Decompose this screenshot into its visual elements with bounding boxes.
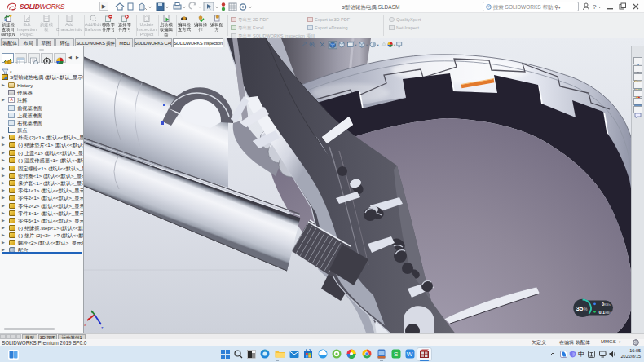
- svg-text:S: S: [394, 351, 398, 358]
- svg-text:▾: ▾: [366, 43, 368, 47]
- svg-text:35: 35: [576, 305, 584, 312]
- svg-text:?: ?: [487, 5, 490, 9]
- svg-text:%: %: [584, 307, 588, 311]
- svg-text:W: W: [407, 351, 413, 358]
- svg-text:▾: ▾: [355, 43, 357, 47]
- svg-text:▾: ▾: [377, 43, 380, 47]
- svg-text:▾: ▾: [394, 43, 396, 47]
- svg-text:?: ?: [593, 3, 597, 11]
